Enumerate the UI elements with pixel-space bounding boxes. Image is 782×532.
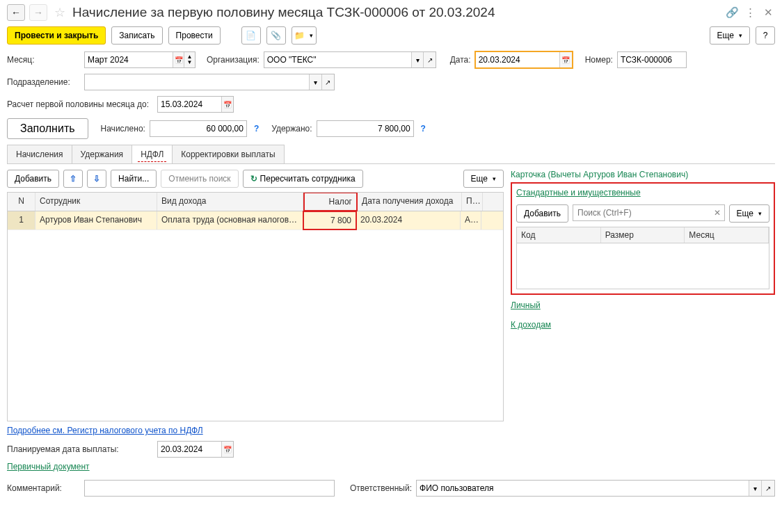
grid-add-button[interactable]: Добавить (7, 170, 59, 188)
nav-forward-button[interactable]: → (29, 4, 47, 21)
folder-dropdown-button[interactable]: 📁▾ (292, 26, 317, 45)
arrow-down-icon: ⇩ (93, 174, 100, 184)
post-button[interactable]: Провести (168, 26, 221, 45)
deductions-more-button[interactable]: Еще▾ (729, 204, 769, 223)
comment-input[interactable] (84, 480, 335, 497)
link-icon[interactable]: 🔗 (725, 6, 739, 19)
page-title: Начисление за первую половину месяца ТСЗ… (72, 5, 721, 20)
search-clear-icon[interactable]: ✕ (710, 208, 724, 218)
mini-col-month[interactable]: Месяц (685, 227, 769, 243)
accrued-help-icon[interactable]: ? (254, 124, 259, 134)
calendar-icon: 📅 (223, 101, 232, 108)
deductions-panel: Стандартные и имущественные Добавить ✕ Е… (511, 182, 775, 295)
close-icon[interactable]: ✕ (761, 6, 775, 19)
favorite-star-icon[interactable]: ☆ (54, 5, 65, 20)
number-label: Номер: (585, 55, 613, 65)
nav-back-button[interactable]: ← (7, 4, 25, 21)
folder-icon: 📁 (294, 31, 305, 40)
grid-more-button[interactable]: Еще▾ (463, 170, 504, 188)
table-row[interactable]: 1 Артуров Иван Степанович Оплата труда (… (8, 211, 503, 230)
mini-col-code[interactable]: Код (517, 227, 601, 243)
card-title: Карточка (Вычеты Артуров Иван Степанович… (511, 170, 775, 179)
half-to-calendar-button[interactable]: 📅 (221, 97, 233, 112)
accrued-label: Начислено: (101, 124, 145, 134)
accrued-input[interactable] (150, 120, 247, 137)
deductions-add-button[interactable]: Добавить (516, 204, 568, 223)
to-income-link[interactable]: К доходам (511, 320, 551, 330)
col-date-header[interactable]: Дата получения дохода (358, 193, 462, 211)
grid-cancel-find-button[interactable]: Отменить поиск (161, 170, 238, 188)
personal-link[interactable]: Личный (511, 300, 541, 310)
deductions-table: Код Размер Месяц (516, 227, 769, 289)
cell-n: 1 (8, 211, 35, 229)
date-input[interactable] (476, 52, 560, 67)
col-p-header[interactable]: П... (462, 193, 483, 211)
fill-button[interactable]: Заполнить (7, 118, 88, 139)
responsible-label: Ответственный: (350, 483, 412, 493)
org-dropdown-button[interactable]: ▾ (411, 52, 423, 67)
tab-ndfl[interactable]: НДФЛ (131, 145, 173, 163)
post-and-close-button[interactable]: Провести и закрыть (7, 26, 106, 45)
month-calendar-button[interactable]: 📅 (173, 52, 184, 67)
responsible-input[interactable] (417, 481, 749, 496)
tab-withholdings[interactable]: Удержания (72, 145, 133, 163)
withheld-input[interactable] (317, 120, 414, 137)
paperclip-icon: 📎 (271, 31, 281, 40)
sheet-icon: 📄 (246, 31, 256, 40)
registry-link[interactable]: Подробнее см. Регистр налогового учета п… (7, 426, 203, 435)
date-label: Дата: (450, 55, 471, 65)
calendar-icon: 📅 (223, 446, 232, 453)
calendar-icon: 📅 (175, 56, 183, 64)
open-icon: ↗ (427, 56, 433, 64)
responsible-dropdown-button[interactable]: ▾ (749, 481, 762, 496)
mini-col-size[interactable]: Размер (601, 227, 685, 243)
grid-move-down-button[interactable]: ⇩ (87, 170, 106, 188)
more-button[interactable]: Еще▾ (710, 26, 750, 45)
calendar-icon: 📅 (561, 56, 570, 64)
org-open-button[interactable]: ↗ (423, 52, 435, 67)
planned-pay-calendar-button[interactable]: 📅 (221, 442, 233, 457)
cell-p: А... (461, 211, 481, 229)
standard-deductions-link[interactable]: Стандартные и имущественные (516, 188, 641, 198)
save-button[interactable]: Записать (111, 26, 162, 45)
month-input[interactable] (85, 52, 173, 67)
planned-pay-input[interactable] (158, 442, 221, 457)
planned-pay-label: Планируемая дата выплаты: (7, 444, 153, 454)
cell-income: Оплата труда (основная налоговая ... (157, 211, 303, 229)
cell-date: 20.03.2024 (356, 211, 461, 229)
cell-tax: 7 800 (303, 211, 357, 230)
tab-payment-corrections[interactable]: Корректировки выплаты (172, 145, 284, 163)
division-dropdown-button[interactable]: ▾ (309, 74, 321, 90)
division-input[interactable] (85, 74, 309, 90)
grid-recalc-button[interactable]: ↻ Пересчитать сотрудника (243, 170, 363, 188)
help-button[interactable]: ? (756, 26, 775, 45)
col-n-header[interactable]: N (8, 193, 35, 211)
org-input[interactable] (264, 52, 412, 67)
col-employee-header[interactable]: Сотрудник (35, 193, 157, 211)
comment-label: Комментарий: (7, 483, 80, 493)
col-tax-header[interactable]: Налог (303, 192, 358, 211)
division-label: Подразделение: (7, 77, 80, 87)
half-to-label: Расчет первой половины месяца до: (7, 99, 153, 109)
grid-find-button[interactable]: Найти... (111, 170, 157, 188)
deductions-search-input[interactable] (573, 208, 710, 218)
tabs: Начисления Удержания НДФЛ Корректировки … (7, 145, 775, 164)
tab-accruals[interactable]: Начисления (7, 145, 72, 163)
responsible-open-button[interactable]: ↗ (761, 481, 774, 496)
ndfl-table: N Сотрудник Вид дохода Налог Дата получе… (7, 192, 504, 421)
withheld-help-icon[interactable]: ? (421, 124, 426, 134)
kebab-menu-icon[interactable]: ⋮ (743, 6, 757, 19)
refresh-icon: ↻ (250, 174, 257, 184)
col-income-header[interactable]: Вид дохода (157, 193, 303, 211)
grid-move-up-button[interactable]: ⇧ (63, 170, 83, 188)
cell-employee: Артуров Иван Степанович (35, 211, 157, 229)
month-stepper-button[interactable]: ▲▼ (184, 52, 195, 67)
division-open-button[interactable]: ↗ (321, 74, 334, 90)
sheet-icon-button[interactable]: 📄 (241, 26, 261, 45)
attach-button[interactable]: 📎 (266, 26, 286, 45)
number-input[interactable] (617, 51, 687, 68)
half-to-input[interactable] (158, 97, 221, 112)
primary-doc-link[interactable]: Первичный документ (7, 462, 90, 471)
date-calendar-button[interactable]: 📅 (559, 52, 571, 67)
withheld-label: Удержано: (271, 124, 312, 134)
